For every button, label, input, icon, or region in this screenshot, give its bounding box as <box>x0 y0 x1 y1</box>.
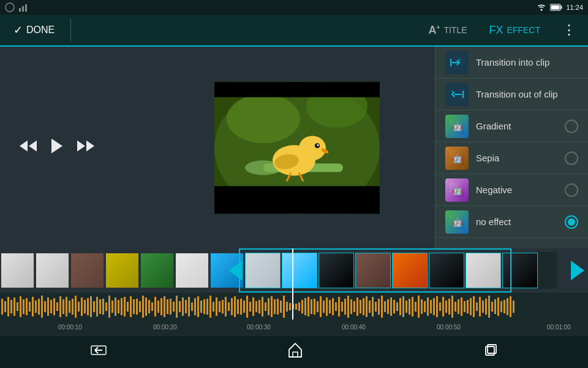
back-button[interactable] <box>78 339 119 366</box>
svg-rect-80 <box>115 297 116 316</box>
thumb-5 <box>140 253 174 288</box>
svg-rect-179 <box>418 296 420 318</box>
toolbar-left: ✓ DONE <box>7 19 76 41</box>
thumb-4 <box>105 253 139 288</box>
done-button[interactable]: ✓ DONE <box>7 20 61 40</box>
svg-rect-196 <box>470 298 472 315</box>
svg-rect-48 <box>17 302 18 311</box>
timeline-ruler: 00:00:10 00:00:20 00:00:30 00:00:40 00:0… <box>0 320 588 334</box>
svg-rect-106 <box>194 298 196 315</box>
gradient-label: Gradient <box>476 121 557 131</box>
svg-rect-71 <box>87 298 89 315</box>
more-button[interactable]: ⋮ <box>557 20 581 40</box>
svg-rect-150 <box>329 300 331 313</box>
svg-rect-58 <box>47 297 49 316</box>
svg-rect-182 <box>427 297 429 316</box>
svg-rect-189 <box>448 299 450 315</box>
thumb-active-8 <box>502 253 538 288</box>
svg-rect-111 <box>209 296 211 318</box>
fast-forward-button[interactable] <box>76 139 96 156</box>
svg-rect-105 <box>191 302 193 311</box>
transition-out-label: Transition out of clip <box>476 89 578 99</box>
svg-marker-10 <box>51 139 62 153</box>
svg-rect-6 <box>561 6 562 9</box>
play-button[interactable] <box>50 137 64 158</box>
waveform-area: // Generated via template <box>0 294 588 320</box>
thumb-2 <box>36 253 69 288</box>
svg-rect-195 <box>467 300 469 313</box>
svg-marker-8 <box>20 140 28 151</box>
svg-rect-65 <box>69 301 70 313</box>
svg-marker-9 <box>29 140 37 151</box>
playback-controls <box>18 137 96 158</box>
more-icon: ⋮ <box>562 22 576 37</box>
status-bar-left <box>5 2 28 12</box>
sepia-label: Sepia <box>476 153 557 163</box>
svg-rect-3 <box>25 4 27 12</box>
svg-rect-207 <box>503 300 505 313</box>
svg-rect-107 <box>197 296 199 317</box>
svg-rect-51 <box>26 298 28 315</box>
thumb-1 <box>1 253 34 288</box>
playhead[interactable] <box>292 248 293 320</box>
no-effect-item[interactable]: 🤖 no effect <box>435 206 588 238</box>
negative-item[interactable]: 🤖 Negative <box>435 174 588 206</box>
time-label-2: 00:00:20 <box>153 324 177 331</box>
video-preview <box>214 82 380 213</box>
svg-point-22 <box>299 136 326 160</box>
sepia-item[interactable]: 🤖 Sepia <box>435 142 588 174</box>
svg-rect-171 <box>393 300 395 313</box>
check-icon: ✓ <box>13 23 23 37</box>
svg-rect-75 <box>99 299 101 314</box>
clip-right-arrow <box>571 261 584 280</box>
svg-rect-211 <box>293 352 298 357</box>
svg-rect-163 <box>369 301 371 313</box>
svg-rect-87 <box>136 299 138 315</box>
home-button[interactable] <box>276 337 315 367</box>
svg-rect-68 <box>78 302 80 312</box>
svg-point-4 <box>541 9 543 11</box>
transition-in-item[interactable]: + Transition into clip <box>435 47 588 79</box>
gradient-item[interactable]: 🤖 Gradient <box>435 110 588 142</box>
rewind-button[interactable] <box>18 139 38 156</box>
svg-rect-117 <box>228 302 230 311</box>
recent-apps-button[interactable] <box>471 338 510 366</box>
svg-rect-154 <box>341 302 343 312</box>
svg-rect-113 <box>216 297 217 316</box>
svg-rect-166 <box>378 299 380 315</box>
time-label-6: 00:01:00 <box>547 324 571 331</box>
svg-rect-56 <box>41 296 43 318</box>
svg-rect-191 <box>454 302 456 312</box>
svg-rect-128 <box>262 297 263 316</box>
svg-rect-88 <box>139 301 141 312</box>
sepia-radio[interactable] <box>565 151 578 165</box>
svg-text:🤖: 🤖 <box>452 217 463 228</box>
svg-rect-18 <box>214 186 380 213</box>
title-button[interactable]: A+ TITLE <box>424 21 472 39</box>
effect-button[interactable]: FX EFFECT <box>484 21 545 39</box>
negative-label: Negative <box>476 185 557 195</box>
gradient-radio[interactable] <box>565 120 578 133</box>
transition-out-item[interactable]: + Transition out of clip <box>435 79 588 110</box>
svg-rect-67 <box>75 296 77 318</box>
svg-rect-198 <box>476 302 478 311</box>
transition-in-icon: + <box>445 51 469 74</box>
negative-radio[interactable] <box>565 183 578 197</box>
svg-rect-139 <box>295 304 297 310</box>
android-icon <box>5 2 15 12</box>
preview-image <box>214 82 380 213</box>
svg-rect-49 <box>20 296 21 317</box>
svg-rect-76 <box>102 299 104 315</box>
svg-rect-45 <box>7 297 9 316</box>
toolbar-divider <box>70 19 71 41</box>
svg-text:🤖: 🤖 <box>452 185 463 196</box>
svg-rect-159 <box>356 297 358 316</box>
svg-rect-108 <box>200 301 202 313</box>
svg-rect-115 <box>222 300 224 313</box>
svg-rect-209 <box>510 296 511 317</box>
time-display: 11:24 <box>566 4 583 11</box>
svg-rect-90 <box>145 297 147 316</box>
no-effect-radio[interactable] <box>565 215 578 229</box>
svg-rect-84 <box>127 302 129 312</box>
svg-rect-142 <box>304 298 306 315</box>
